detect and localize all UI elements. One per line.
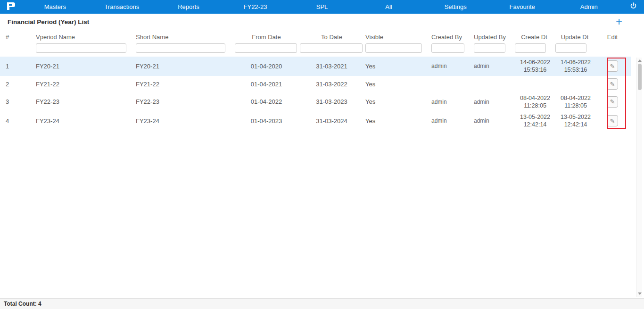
col-header-vperiod-name: Vperiod Name — [36, 30, 136, 42]
cell-created-by — [431, 76, 474, 92]
nav-item-reports[interactable]: Reports — [155, 0, 222, 14]
pencil-icon: ✎ — [610, 81, 615, 88]
edit-row-button[interactable]: ✎ — [607, 115, 618, 126]
col-header-visible: Visible — [365, 30, 431, 42]
cell-from-date: 01-04-2022 — [235, 92, 300, 112]
filter-from-date-input[interactable] — [235, 43, 297, 53]
nav-item-masters[interactable]: Masters — [22, 0, 89, 14]
cell-num: 1 — [0, 57, 36, 76]
page-header: Financial Period (Year) List + — [0, 14, 644, 30]
col-header-update-dt: Update Dt — [555, 30, 596, 42]
cell-from-date: 01-04-2021 — [235, 76, 300, 92]
cell-vperiod-name: FY22-23 — [36, 92, 136, 112]
cell-created-by: admin — [431, 92, 474, 112]
filter-vperiod-name-input[interactable] — [36, 43, 126, 53]
cell-to-date: 31-03-2022 — [300, 76, 365, 92]
add-record-button[interactable]: + — [613, 17, 625, 26]
financial-period-table: # Vperiod Name Short Name From Date To D… — [0, 30, 631, 131]
cell-short-name: FY23-24 — [136, 111, 235, 131]
col-header-num: # — [0, 30, 36, 42]
brand-logo-icon — [6, 2, 16, 12]
scroll-down-icon[interactable] — [638, 292, 642, 295]
col-header-from-date: From Date — [235, 30, 300, 42]
col-header-short-name: Short Name — [136, 30, 235, 42]
cell-update-dt: 13-05-2022 12:42:14 — [555, 111, 596, 131]
table-row[interactable]: 4 FY23-24 FY23-24 01-04-2023 31-03-2024 … — [0, 111, 631, 131]
cell-from-date: 01-04-2020 — [235, 57, 300, 76]
nav-item-favourite[interactable]: Favourite — [489, 0, 556, 14]
filter-updated-by-input[interactable] — [474, 43, 505, 53]
edit-row-button[interactable]: ✎ — [607, 60, 618, 72]
app-logo[interactable] — [0, 2, 22, 12]
pencil-icon: ✎ — [610, 63, 615, 70]
cell-from-date: 01-04-2023 — [235, 111, 300, 131]
nav-item-all[interactable]: All — [355, 0, 422, 14]
pencil-icon: ✎ — [610, 117, 615, 125]
table-row[interactable]: 3 FY22-23 FY22-23 01-04-2022 31-03-2023 … — [0, 92, 631, 112]
filter-visible-input[interactable] — [365, 43, 422, 53]
cell-update-dt: 08-04-2022 11:28:05 — [555, 92, 596, 112]
filter-created-by-input[interactable] — [431, 43, 464, 53]
cell-visible: Yes — [365, 111, 431, 131]
cell-create-dt: 08-04-2022 11:28:05 — [515, 92, 555, 112]
total-count-label: Total Count: — [4, 301, 37, 307]
cell-update-dt — [555, 76, 596, 92]
table-row[interactable]: 1 FY20-21 FY20-21 01-04-2020 31-03-2021 … — [0, 57, 631, 76]
cell-vperiod-name: FY21-22 — [36, 76, 136, 92]
filter-row — [0, 42, 631, 57]
cell-updated-by: admin — [474, 57, 515, 76]
table-row[interactable]: 2 FY21-22 FY21-22 01-04-2021 31-03-2022 … — [0, 76, 631, 92]
col-header-updated-by: Updated By — [474, 30, 515, 42]
col-header-edit: Edit — [596, 30, 631, 42]
nav-item-settings[interactable]: Settings — [422, 0, 489, 14]
power-icon — [630, 2, 637, 11]
cell-to-date: 31-03-2023 — [300, 92, 365, 112]
cell-vperiod-name: FY23-24 — [36, 111, 136, 131]
cell-short-name: FY21-22 — [136, 76, 235, 92]
cell-to-date: 31-03-2021 — [300, 57, 365, 76]
cell-num: 2 — [0, 76, 36, 92]
status-bar: Total Count: 4 — [0, 298, 644, 309]
scroll-up-icon[interactable] — [638, 59, 642, 62]
scrollbar-thumb[interactable] — [638, 64, 642, 90]
nav-item-transactions[interactable]: Transactions — [89, 0, 156, 14]
col-header-create-dt: Create Dt — [515, 30, 555, 42]
cell-to-date: 31-03-2024 — [300, 111, 365, 131]
cell-create-dt: 14-06-2022 15:53:16 — [515, 57, 555, 76]
nav-item-fy22-23[interactable]: FY22-23 — [222, 0, 289, 14]
page-title: Financial Period (Year) List — [8, 18, 89, 25]
cell-visible: Yes — [365, 57, 431, 76]
cell-updated-by: admin — [474, 92, 515, 112]
edit-row-button[interactable]: ✎ — [607, 78, 618, 90]
cell-create-dt: 13-05-2022 12:42:14 — [515, 111, 555, 131]
edit-row-button[interactable]: ✎ — [607, 96, 618, 108]
nav-menu: Masters Transactions Reports FY22-23 SPL… — [22, 0, 622, 14]
cell-short-name: FY22-23 — [136, 92, 235, 112]
cell-visible: Yes — [365, 92, 431, 112]
cell-updated-by: admin — [474, 111, 515, 131]
filter-to-date-input[interactable] — [300, 43, 363, 53]
plus-icon: + — [616, 15, 622, 28]
cell-short-name: FY20-21 — [136, 57, 235, 76]
cell-vperiod-name: FY20-21 — [36, 57, 136, 76]
filter-create-dt-input[interactable] — [515, 43, 546, 53]
cell-visible: Yes — [365, 76, 431, 92]
col-header-created-by: Created By — [431, 30, 474, 42]
filter-short-name-input[interactable] — [136, 43, 225, 53]
nav-item-admin[interactable]: Admin — [556, 0, 623, 14]
cell-updated-by — [474, 76, 515, 92]
pencil-icon: ✎ — [610, 98, 615, 105]
cell-num: 3 — [0, 92, 36, 112]
logout-power-button[interactable] — [622, 2, 644, 11]
financial-period-table-wrap: # Vperiod Name Short Name From Date To D… — [0, 30, 644, 131]
cell-created-by: admin — [431, 111, 474, 131]
top-navbar: Masters Transactions Reports FY22-23 SPL… — [0, 0, 644, 14]
vertical-scrollbar[interactable] — [636, 58, 642, 297]
cell-update-dt: 14-06-2022 15:53:16 — [555, 57, 596, 76]
filter-update-dt-input[interactable] — [555, 43, 586, 53]
cell-created-by: admin — [431, 57, 474, 76]
nav-item-spl[interactable]: SPL — [289, 0, 355, 14]
cell-create-dt — [515, 76, 555, 92]
cell-num: 4 — [0, 111, 36, 131]
total-count-value: 4 — [38, 301, 41, 307]
